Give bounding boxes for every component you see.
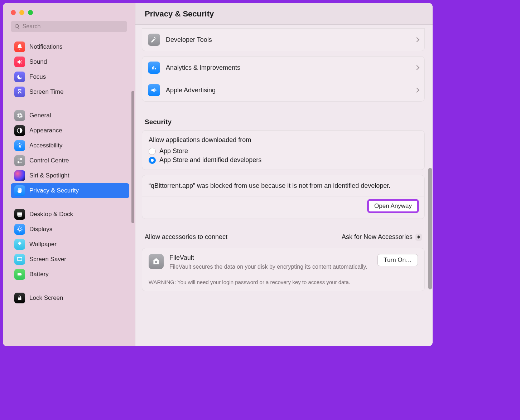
chevron-right-icon (414, 88, 419, 93)
gear-icon (14, 110, 25, 121)
chevron-right-icon (414, 37, 419, 42)
filevault-turn-on-button[interactable]: Turn On… (377, 254, 418, 266)
row-analytics[interactable]: Analytics & Improvements (142, 57, 424, 79)
page-header: Privacy & Security (135, 3, 433, 25)
lock-icon (14, 293, 25, 303)
filevault-title: FileVault (169, 254, 372, 262)
row-label: Analytics & Improvements (166, 64, 409, 72)
house-gear-icon (149, 254, 164, 269)
accessories-value: Ask for New Accessories (342, 233, 413, 241)
minimize-window-button[interactable] (19, 10, 24, 15)
security-heading: Security (142, 107, 425, 130)
accessibility-icon (14, 140, 25, 151)
battery-icon (14, 269, 25, 280)
main-scrollbar[interactable] (428, 168, 432, 289)
settings-window: Notifications Sound Focus Screen Time Ge… (3, 3, 433, 346)
open-anyway-button[interactable]: Open Anyway (368, 200, 418, 212)
sidebar-item-label: Sound (29, 58, 47, 65)
sidebar-item-label: Screen Time (29, 88, 63, 96)
sidebar-item-screen-saver[interactable]: Screen Saver (11, 252, 129, 267)
allow-downloads-label: Allow applications downloaded from (149, 136, 418, 144)
hourglass-icon (14, 87, 25, 97)
close-window-button[interactable] (11, 10, 16, 15)
radio-label: App Store (159, 147, 188, 155)
row-label: Apple Advertising (166, 87, 409, 94)
filevault-warning: WARNING: You will need your login passwo… (142, 276, 424, 291)
sidebar-item-label: Accessibility (29, 142, 63, 149)
card-blocked-app: “qBittorrent.app” was blocked from use b… (142, 175, 425, 219)
card-top-partial: Developer Tools (142, 28, 425, 51)
sidebar-item-displays[interactable]: Displays (11, 222, 129, 237)
radio-button[interactable] (149, 157, 156, 164)
sidebar-item-label: Notifications (29, 43, 63, 50)
sidebar-item-general[interactable]: General (11, 108, 129, 123)
sidebar-item-screen-time[interactable]: Screen Time (11, 84, 129, 99)
chevron-right-icon (414, 65, 419, 70)
content-scroll: Developer Tools Analytics & Improvements… (135, 25, 433, 346)
row-developer-tools[interactable]: Developer Tools (142, 29, 424, 51)
sidebar-scrollbar[interactable] (131, 91, 134, 223)
sidebar-item-lock-screen[interactable]: Lock Screen (11, 290, 129, 306)
brightness-icon (14, 224, 25, 235)
bell-icon (14, 41, 25, 52)
dock-icon (14, 209, 25, 220)
search-input[interactable] (23, 23, 124, 30)
search-icon (14, 23, 20, 30)
sidebar-item-label: General (29, 112, 51, 119)
flower-icon (14, 239, 25, 250)
row-advertising[interactable]: Apple Advertising (142, 79, 424, 101)
radio-identified-devs[interactable]: App Store and identified developers (149, 156, 418, 164)
sidebar-item-focus[interactable]: Focus (11, 69, 129, 84)
main-content: Privacy & Security Developer Tools Analy… (135, 3, 433, 346)
search-field[interactable] (11, 21, 127, 32)
chart-icon (148, 62, 160, 74)
radio-app-store[interactable]: App Store (149, 147, 418, 155)
page-title: Privacy & Security (145, 9, 423, 19)
sidebar-item-sound[interactable]: Sound (11, 54, 129, 69)
sidebar-list: Notifications Sound Focus Screen Time Ge… (3, 37, 135, 346)
sidebar-item-notifications[interactable]: Notifications (11, 39, 129, 54)
filevault-desc: FileVault secures the data on your disk … (169, 263, 372, 271)
speaker-icon (14, 57, 25, 67)
sidebar-item-label: Focus (29, 73, 46, 80)
appearance-icon (14, 125, 25, 136)
accessories-select[interactable]: Ask for New Accessories (342, 233, 422, 241)
updown-icon (415, 234, 422, 241)
sidebar-item-label: Wallpaper (29, 241, 57, 248)
siri-icon (14, 170, 25, 181)
sidebar-item-wallpaper[interactable]: Wallpaper (11, 237, 129, 252)
sidebar-item-control-centre[interactable]: Control Centre (11, 153, 129, 168)
sidebar-item-siri-spotlight[interactable]: Siri & Spotlight (11, 168, 129, 183)
row-label: Developer Tools (166, 36, 409, 44)
radio-button[interactable] (149, 148, 156, 155)
moon-icon (14, 72, 25, 82)
row-accessories: Allow accessories to connect Ask for New… (142, 224, 425, 248)
card-filevault: FileVault FileVault secures the data on … (142, 248, 425, 291)
hammer-icon (148, 34, 160, 46)
hand-icon (14, 185, 25, 196)
sidebar-item-label: Desktop & Dock (29, 211, 73, 218)
sidebar-item-label: Lock Screen (29, 294, 63, 302)
sidebar-item-label: Control Centre (29, 157, 69, 164)
window-controls (3, 3, 135, 21)
sliders-icon (14, 155, 25, 166)
sidebar-item-desktop-dock[interactable]: Desktop & Dock (11, 207, 129, 222)
screensaver-icon (14, 254, 25, 265)
radio-label: App Store and identified developers (159, 156, 261, 164)
sidebar-item-label: Battery (29, 271, 49, 278)
megaphone-icon (148, 84, 160, 96)
accessories-label: Allow accessories to connect (145, 233, 227, 241)
sidebar-item-battery[interactable]: Battery (11, 267, 129, 282)
sidebar-item-accessibility[interactable]: Accessibility (11, 138, 129, 153)
sidebar-item-appearance[interactable]: Appearance (11, 123, 129, 138)
sidebar-item-label: Privacy & Security (29, 187, 79, 194)
fullscreen-window-button[interactable] (28, 10, 33, 15)
sidebar-item-label: Appearance (29, 127, 62, 134)
sidebar-item-privacy-security[interactable]: Privacy & Security (11, 183, 129, 198)
sidebar: Notifications Sound Focus Screen Time Ge… (3, 3, 135, 346)
card-analytics: Analytics & Improvements Apple Advertisi… (142, 56, 425, 102)
sidebar-item-label: Screen Saver (29, 256, 66, 263)
sidebar-item-label: Displays (29, 226, 52, 233)
sidebar-item-label: Siri & Spotlight (29, 172, 69, 179)
blocked-app-message: “qBittorrent.app” was blocked from use b… (149, 181, 418, 190)
